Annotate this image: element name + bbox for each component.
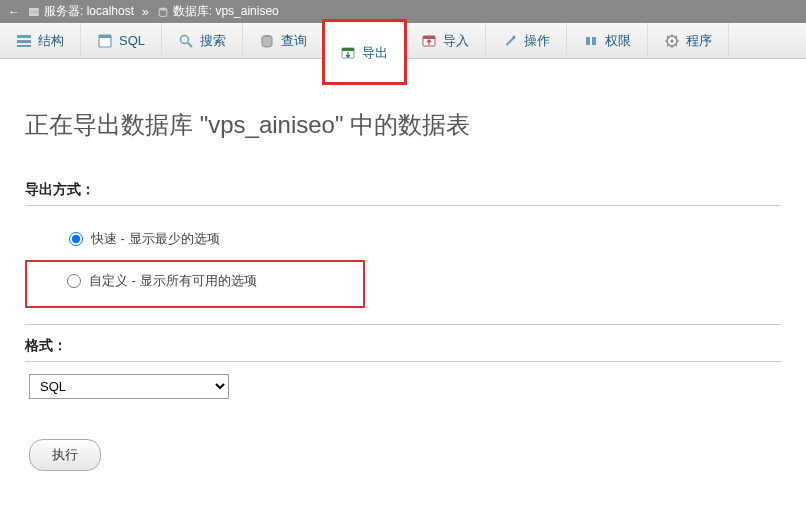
export-icon (340, 45, 356, 61)
breadcrumb-database[interactable]: 数据库: vps_ainiseo (173, 3, 279, 20)
divider (25, 324, 781, 325)
tab-label: 结构 (38, 32, 64, 50)
export-method-group: 快速 - 显示最少的选项 (25, 218, 781, 260)
structure-icon (16, 33, 32, 49)
tab-label: 搜索 (200, 32, 226, 50)
format-heading: 格式： (25, 337, 781, 362)
sql-icon (97, 33, 113, 49)
submit-button[interactable]: 执行 (29, 439, 101, 471)
export-method-heading: 导出方式： (25, 181, 781, 206)
svg-point-19 (671, 39, 674, 42)
svg-rect-16 (586, 37, 590, 45)
format-select[interactable]: SQL (29, 374, 229, 399)
breadcrumb-server[interactable]: 服务器: localhost (44, 3, 134, 20)
breadcrumb-separator: » (142, 5, 149, 19)
radio-quick-label: 快速 - 显示最少的选项 (91, 230, 220, 248)
svg-rect-17 (592, 37, 596, 45)
svg-point-8 (181, 35, 189, 43)
svg-line-9 (188, 43, 192, 47)
tab-privileges[interactable]: 权限 (567, 23, 648, 58)
tab-import[interactable]: 导入 (405, 23, 486, 58)
tab-operations[interactable]: 操作 (486, 23, 567, 58)
import-icon (421, 33, 437, 49)
radio-quick[interactable]: 快速 - 显示最少的选项 (65, 224, 781, 254)
page-title: 正在导出数据库 "vps_ainiseo" 中的数据表 (25, 109, 781, 141)
svg-rect-14 (423, 36, 435, 39)
tab-export[interactable]: 导出 (324, 21, 405, 83)
tabs-bar: 结构 SQL 搜索 查询 导出 导入 操作 (0, 23, 806, 59)
main-content: 正在导出数据库 "vps_ainiseo" 中的数据表 导出方式： 快速 - 显… (0, 59, 806, 491)
operations-icon (502, 33, 518, 49)
tab-label: 权限 (605, 32, 631, 50)
svg-rect-12 (342, 48, 354, 51)
radio-custom-highlight: 自定义 - 显示所有可用的选项 (25, 260, 365, 308)
tab-routines[interactable]: 程序 (648, 23, 729, 58)
svg-rect-1 (30, 12, 39, 15)
tab-label: 导出 (362, 44, 388, 62)
radio-custom[interactable]: 自定义 - 显示所有可用的选项 (67, 266, 355, 296)
svg-rect-4 (17, 40, 31, 43)
svg-rect-5 (17, 45, 31, 47)
svg-point-2 (159, 7, 167, 10)
svg-rect-7 (99, 35, 111, 38)
svg-rect-0 (30, 8, 39, 11)
tab-label: 操作 (524, 32, 550, 50)
tab-label: 程序 (686, 32, 712, 50)
tab-label: 导入 (443, 32, 469, 50)
radio-custom-label: 自定义 - 显示所有可用的选项 (89, 272, 257, 290)
tab-query[interactable]: 查询 (243, 23, 324, 58)
search-icon (178, 33, 194, 49)
breadcrumb: ← 服务器: localhost » 数据库: vps_ainiseo (0, 0, 806, 23)
server-icon (28, 6, 40, 18)
tab-label: 查询 (281, 32, 307, 50)
svg-point-15 (513, 35, 516, 38)
database-icon (157, 6, 169, 18)
tab-sql[interactable]: SQL (81, 23, 162, 58)
radio-quick-input[interactable] (69, 232, 83, 246)
privileges-icon (583, 33, 599, 49)
svg-rect-3 (17, 35, 31, 38)
query-icon (259, 33, 275, 49)
tab-structure[interactable]: 结构 (0, 23, 81, 58)
tab-search[interactable]: 搜索 (162, 23, 243, 58)
routines-icon (664, 33, 680, 49)
back-arrow-icon[interactable]: ← (8, 5, 20, 19)
radio-custom-input[interactable] (67, 274, 81, 288)
tab-label: SQL (119, 33, 145, 48)
